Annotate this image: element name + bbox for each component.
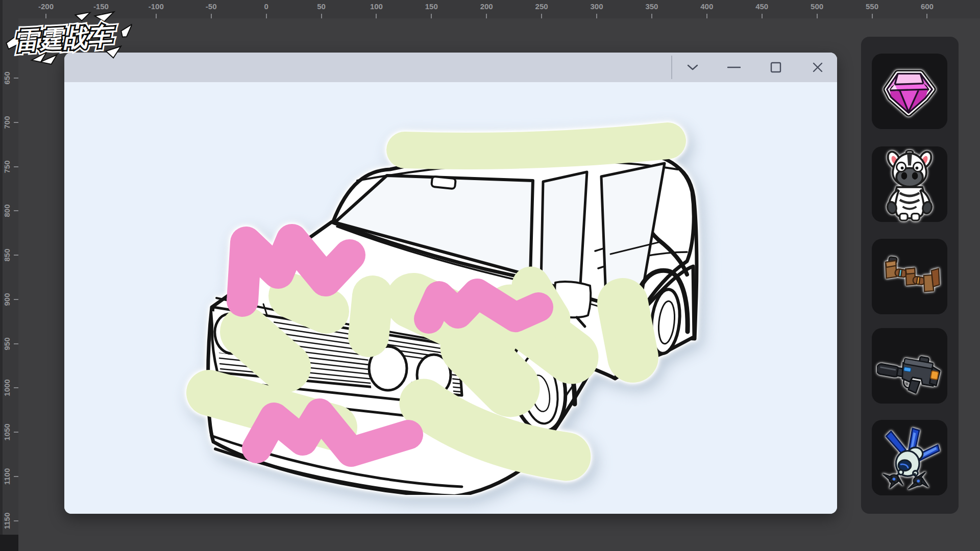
ruler-tick-x xyxy=(431,14,432,18)
ruler-tick-y xyxy=(14,476,18,477)
sidebar-item-gem[interactable] xyxy=(872,54,947,129)
ruler-label-y: 800 xyxy=(3,205,11,217)
drawing-canvas[interactable] xyxy=(64,82,837,514)
ruler-label-y: 750 xyxy=(3,160,11,173)
close-icon xyxy=(812,62,823,73)
ruler-label-x: -50 xyxy=(206,2,217,11)
ruler-label-y: 700 xyxy=(3,116,11,129)
ruler-tick-x xyxy=(651,14,652,18)
ruler-tick-x xyxy=(156,14,157,18)
zebra-icon xyxy=(879,147,940,221)
left-edge-strip xyxy=(0,0,3,551)
ruler-label-y: 1100 xyxy=(3,468,11,485)
ruler-label-x: 250 xyxy=(535,2,548,11)
ruler-tick-x xyxy=(211,14,212,18)
ruler-label-x: -150 xyxy=(93,2,109,11)
ruler-vertical: 6507007508008509009501000105011001150 xyxy=(0,0,18,551)
ruler-tick-x xyxy=(376,14,377,18)
ruler-tick-y xyxy=(14,299,18,300)
ruler-label-y: 850 xyxy=(3,248,11,261)
sidebar-item-crankshaft[interactable] xyxy=(872,239,947,314)
ruler-label-y: 650 xyxy=(3,71,11,84)
gem-icon xyxy=(880,66,939,117)
ruler-label-y: 950 xyxy=(3,337,11,350)
ruler-label-x: 150 xyxy=(425,2,438,11)
ruler-tick-y xyxy=(14,387,18,388)
window-titlebar[interactable] xyxy=(64,53,837,82)
car-sticker xyxy=(184,117,704,495)
app-root: { "logo": { "text": "雷霆战车" }, "rulers": … xyxy=(0,0,980,551)
ruler-label-x: 500 xyxy=(811,2,823,11)
collapse-button[interactable] xyxy=(675,53,710,82)
ruler-tick-x xyxy=(486,14,487,18)
drone-robot-icon xyxy=(877,425,942,490)
ruler-tick-x xyxy=(817,14,818,18)
ruler-label-x: 0 xyxy=(264,2,268,11)
ruler-tick-y xyxy=(14,122,18,123)
ruler-tick-y xyxy=(14,210,18,211)
ruler-horizontal: -200-150-100-500501001502002503003504004… xyxy=(0,0,980,18)
ruler-tick-y xyxy=(14,166,18,167)
crankshaft-icon xyxy=(877,253,942,300)
ruler-tick-y xyxy=(14,78,18,79)
ruler-tick-y xyxy=(14,432,18,433)
minimize-button[interactable] xyxy=(716,53,752,82)
ruler-label-x: -100 xyxy=(149,2,164,11)
chevron-down-icon xyxy=(687,64,698,70)
titlebar-divider xyxy=(671,56,672,79)
sidebar-item-zebra[interactable] xyxy=(872,146,947,222)
ruler-tick-x xyxy=(762,14,763,18)
ruler-label-x: 100 xyxy=(370,2,383,11)
ruler-label-y: 1150 xyxy=(3,512,11,529)
ruler-label-x: 400 xyxy=(700,2,713,11)
sidebar-item-drone[interactable] xyxy=(872,420,947,495)
ruler-label-y: 1050 xyxy=(3,423,11,440)
item-sidebar xyxy=(861,37,959,514)
ruler-tick-x xyxy=(926,14,927,18)
ruler-tick-y xyxy=(14,520,18,521)
ruler-tick-x xyxy=(266,14,267,18)
ruler-label-x: -200 xyxy=(38,2,54,11)
gun-icon xyxy=(877,338,942,394)
minimize-icon xyxy=(727,66,741,68)
ruler-label-x: 300 xyxy=(590,2,603,11)
app-logo: 雷霆战车 雷霆战车 雷霆战车 xyxy=(4,10,134,68)
maximize-icon xyxy=(770,62,781,73)
editor-window xyxy=(64,53,837,514)
ruler-tick-x xyxy=(706,14,707,18)
close-button[interactable] xyxy=(800,53,836,82)
ruler-label-y: 1000 xyxy=(3,380,11,396)
ruler-label-x: 200 xyxy=(480,2,493,11)
ruler-label-x: 450 xyxy=(755,2,768,11)
ruler-tick-x xyxy=(541,14,542,18)
ruler-tick-y xyxy=(14,255,18,256)
ruler-tick-x xyxy=(321,14,322,18)
ruler-tick-y xyxy=(14,343,18,344)
ruler-corner-box xyxy=(0,535,18,551)
ruler-label-x: 550 xyxy=(866,2,878,11)
logo-text: 雷霆战车 雷霆战车 雷霆战车 xyxy=(13,19,127,58)
ruler-tick-x xyxy=(596,14,597,18)
ruler-tick-x xyxy=(872,14,873,18)
ruler-label-y: 900 xyxy=(3,293,11,306)
maximize-button[interactable] xyxy=(758,53,794,82)
sidebar-item-gun[interactable] xyxy=(872,328,947,404)
ruler-label-x: 600 xyxy=(921,2,934,11)
ruler-label-x: 350 xyxy=(645,2,658,11)
ruler-label-x: 50 xyxy=(317,2,326,11)
